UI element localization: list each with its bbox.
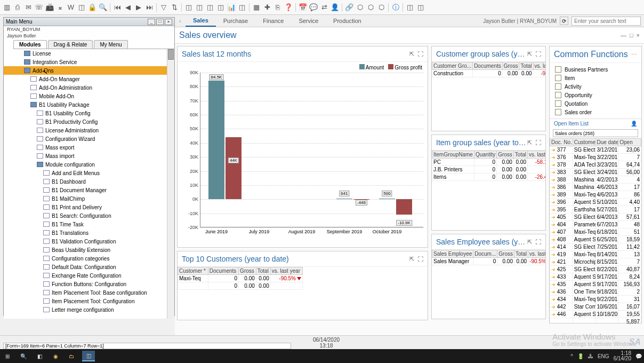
tree-item[interactable]: B1 Translations bbox=[4, 228, 174, 237]
tree-item[interactable]: B1 Document Manager bbox=[4, 186, 174, 194]
search-taskbar-icon[interactable]: 🔍 bbox=[18, 351, 29, 361]
tree-item[interactable]: Add-On Administration bbox=[4, 83, 174, 92]
tree-item[interactable]: Beas Usability Extension bbox=[4, 246, 174, 254]
itemgroup-export-icon[interactable]: ⇱ bbox=[527, 139, 532, 146]
email-icon[interactable]: ✉ bbox=[23, 3, 33, 12]
next-record-icon[interactable]: ▶ bbox=[134, 3, 143, 12]
explorer-icon[interactable]: 🗀 bbox=[66, 351, 77, 361]
chart-export-icon[interactable]: ⇱ bbox=[409, 51, 414, 58]
tab-production[interactable]: Production bbox=[326, 15, 369, 26]
tree-item[interactable]: B1 Print and Delivery bbox=[4, 203, 174, 211]
form2-icon[interactable]: ◫ bbox=[416, 3, 425, 12]
user-icon[interactable]: 👤 bbox=[330, 3, 340, 12]
branch2-icon[interactable]: ⬡ bbox=[366, 3, 375, 12]
layout-icon[interactable]: ▦ bbox=[252, 3, 261, 12]
cf-item[interactable]: Quotation bbox=[550, 99, 641, 108]
tree-item[interactable]: Letter merge configuration bbox=[4, 305, 174, 314]
salesemp-export-icon[interactable]: ⇱ bbox=[527, 239, 532, 246]
main-menu-titlebar[interactable]: Main Menu _ □ × bbox=[4, 18, 174, 26]
calendar-icon[interactable]: 📅 bbox=[298, 3, 308, 12]
salesemp-table[interactable]: Sales EmployeeDocum...GrossTotalvs. last… bbox=[432, 250, 545, 265]
tab-finance[interactable]: Finance bbox=[255, 15, 291, 26]
word-icon[interactable]: W bbox=[66, 3, 76, 12]
tab-drag-relate[interactable]: Drag & Relate bbox=[48, 40, 93, 49]
tray-up-icon[interactable]: ^ bbox=[570, 353, 573, 359]
help-icon[interactable]: ⓘ bbox=[391, 3, 400, 12]
refresh-button[interactable]: ⟳ bbox=[560, 17, 568, 25]
itemgroup-expand-icon[interactable]: ⛶ bbox=[535, 139, 541, 146]
doc4-icon[interactable]: ◫ bbox=[216, 3, 226, 12]
tree-item[interactable]: Add-On Manager bbox=[4, 75, 174, 83]
branch3-icon[interactable]: ⬡ bbox=[376, 3, 386, 12]
excel-icon[interactable]: 𝄪 bbox=[55, 3, 65, 12]
maximize-button[interactable]: □ bbox=[156, 19, 164, 25]
top10-export-icon[interactable]: ⇱ bbox=[409, 256, 414, 263]
overview-close-icon[interactable]: × bbox=[637, 32, 640, 38]
tree-item[interactable]: Mobile Add-On bbox=[4, 92, 174, 100]
close-button[interactable]: × bbox=[165, 19, 172, 25]
tree-item[interactable]: Mass import bbox=[4, 152, 174, 160]
tray-battery-icon[interactable]: 🔋 bbox=[577, 353, 584, 359]
tray-lang[interactable]: ENG bbox=[598, 353, 609, 359]
cf-item[interactable]: Business Partners bbox=[550, 65, 641, 74]
tree-item[interactable]: Configuration categories bbox=[4, 254, 174, 263]
overview-min-icon[interactable]: — bbox=[621, 32, 626, 38]
nav-back-icon[interactable]: ‹ bbox=[175, 18, 186, 24]
minimize-button[interactable]: _ bbox=[148, 19, 155, 25]
start-button[interactable]: ⊞ bbox=[2, 351, 13, 361]
tab-modules[interactable]: Modules bbox=[13, 40, 47, 49]
tree-item[interactable]: Add and Edit Menus bbox=[4, 169, 174, 177]
open-items-selector[interactable] bbox=[553, 129, 638, 137]
msg-icon[interactable]: 💬 bbox=[309, 3, 318, 12]
person-icon[interactable]: 👤 bbox=[631, 121, 637, 127]
tree-item[interactable]: B1 Time Task bbox=[4, 220, 174, 228]
cf-item[interactable]: Activity bbox=[550, 82, 641, 91]
sap-app-icon[interactable]: ◫ bbox=[82, 351, 95, 361]
doc5-icon[interactable]: ◫ bbox=[237, 3, 247, 12]
copy-icon[interactable]: ⎘ bbox=[273, 3, 283, 12]
doc2-icon[interactable]: ◫ bbox=[195, 3, 204, 12]
custgroup-table[interactable]: Customer Gro...DocumentsGrossTotalvs. la… bbox=[432, 62, 545, 77]
last-record-icon[interactable]: ⏭ bbox=[144, 3, 154, 12]
tab-purchase[interactable]: Purchase bbox=[216, 15, 255, 26]
tree-item[interactable]: Item Placement Tool: Base configuration bbox=[4, 288, 174, 297]
taskview-icon[interactable]: ◧ bbox=[34, 351, 45, 361]
tree-item[interactable]: B1 Usability Config bbox=[4, 109, 174, 117]
filter-icon[interactable]: ▽ bbox=[159, 3, 168, 12]
tree-item[interactable]: Item Placement Tool: Configuration bbox=[4, 297, 174, 305]
query-icon[interactable]: ❓ bbox=[284, 3, 293, 12]
tab-my-menu[interactable]: My Menu bbox=[94, 40, 127, 49]
tab-sales[interactable]: Sales bbox=[186, 15, 216, 27]
print-icon[interactable]: ⎙ bbox=[13, 3, 22, 12]
new-icon[interactable]: ✚ bbox=[262, 3, 272, 12]
link-icon[interactable]: 🔗 bbox=[344, 3, 354, 12]
tree-item[interactable]: B1 Validation Configuration bbox=[4, 237, 174, 246]
tree-item[interactable]: Configuration Wizard bbox=[4, 135, 174, 143]
itemgroup-table[interactable]: ItemGroupNameQuantityGrossTotalvs. last … bbox=[432, 151, 545, 181]
tree-item[interactable]: Default Data: Configuration bbox=[4, 263, 174, 271]
tree-item[interactable]: Exchange Rate Configuration bbox=[4, 271, 174, 280]
overview-max-icon[interactable]: □ bbox=[630, 32, 633, 38]
print-preview-icon[interactable]: ▥ bbox=[2, 3, 12, 12]
open-items-table[interactable]: Doc. No.CustomerDue dateOpen➜ 377SG Elec… bbox=[550, 138, 641, 325]
form-icon[interactable]: ◫ bbox=[405, 3, 415, 12]
top10-expand-icon[interactable]: ⛶ bbox=[417, 256, 423, 263]
custgroup-expand-icon[interactable]: ⛶ bbox=[535, 51, 541, 58]
tree-scrollbar[interactable] bbox=[167, 49, 174, 319]
tree-item[interactable]: B1 Usability Package bbox=[4, 100, 174, 109]
tree-item[interactable]: License Administration bbox=[4, 126, 174, 135]
taskbar-date[interactable]: 6/14/20 bbox=[614, 356, 631, 361]
first-record-icon[interactable]: ⏮ bbox=[112, 3, 122, 12]
tree-item[interactable]: Add-Ons bbox=[4, 66, 174, 75]
tree-item[interactable]: Integration Service bbox=[4, 58, 174, 66]
tree-item[interactable]: Module configuration bbox=[4, 160, 174, 169]
lock-icon[interactable]: 🔒 bbox=[87, 3, 97, 12]
chrome-icon[interactable]: ◉ bbox=[50, 351, 61, 361]
fax-icon[interactable]: 📠 bbox=[45, 3, 54, 12]
prev-record-icon[interactable]: ◀ bbox=[123, 3, 133, 12]
chart-icon[interactable]: 📊 bbox=[227, 3, 236, 12]
sms-icon[interactable]: ☏ bbox=[34, 3, 44, 12]
salesemp-expand-icon[interactable]: ⛶ bbox=[535, 239, 541, 246]
workflow-icon[interactable]: ⇄ bbox=[319, 3, 329, 12]
cf-item[interactable]: Opportunity bbox=[550, 91, 641, 99]
